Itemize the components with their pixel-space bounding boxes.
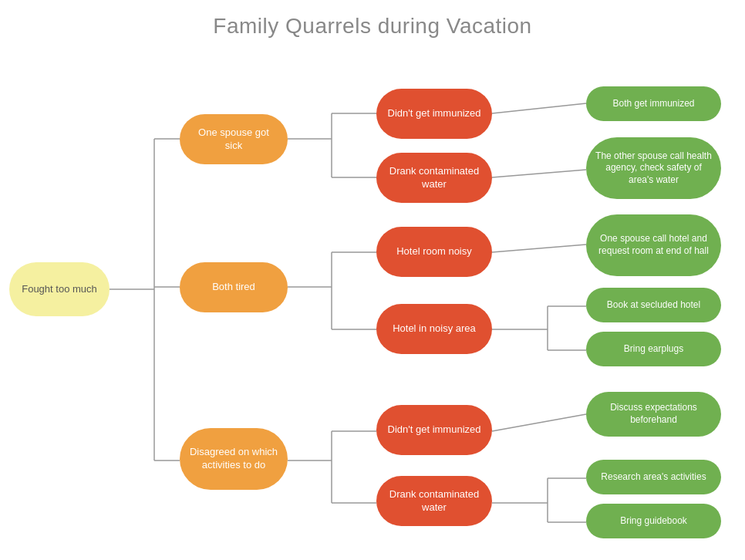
- svg-line-18: [492, 170, 586, 177]
- node-l2-6: Drank contaminated water: [376, 476, 492, 526]
- node-l2-3: Hotel room noisy: [376, 227, 492, 277]
- node-l3-5: Bring earplugs: [586, 332, 721, 366]
- svg-line-17: [492, 103, 586, 113]
- node-l3-1: Both get immunized: [586, 86, 721, 121]
- node-l2-4: Hotel in noisy area: [376, 304, 492, 354]
- node-l1-2: Both tired: [180, 262, 288, 312]
- node-root: Fought too much: [9, 262, 110, 316]
- node-l3-3: One spouse call hotel and request room a…: [586, 214, 721, 276]
- node-l2-5: Didn't get immunized: [376, 405, 492, 455]
- node-l3-2: The other spouse call health agency, che…: [586, 137, 721, 199]
- node-l2-1: Didn't get immunized: [376, 89, 492, 139]
- node-l1-1: One spouse got sick: [180, 114, 288, 164]
- node-l3-4: Book at secluded hotel: [586, 288, 721, 322]
- node-l2-2: Drank contaminated water: [376, 153, 492, 203]
- svg-line-19: [492, 245, 586, 252]
- page-title: Family Quarrels during Vacation: [0, 0, 745, 39]
- svg-line-24: [492, 414, 586, 431]
- node-l3-6: Discuss expectations beforehand: [586, 392, 721, 437]
- node-l3-8: Bring guidebook: [586, 504, 721, 538]
- node-l3-7: Research area's activities: [586, 460, 721, 494]
- node-l1-3: Disagreed on which activities to do: [180, 428, 288, 490]
